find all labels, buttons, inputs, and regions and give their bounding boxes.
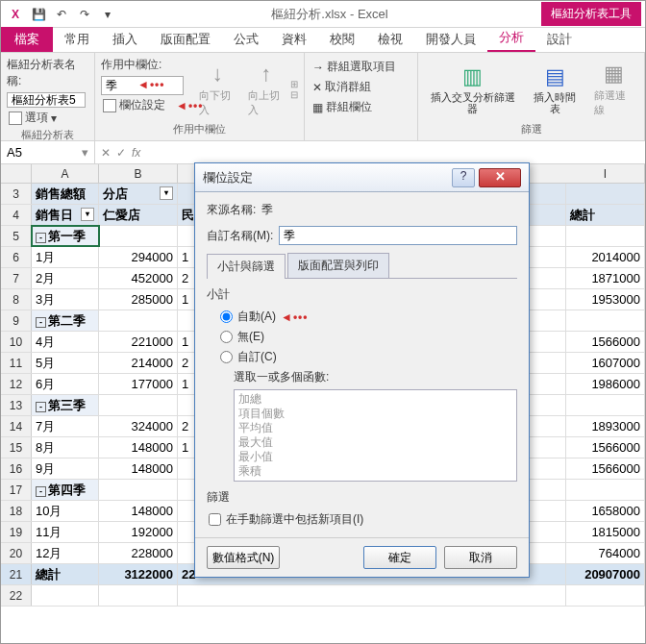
cell[interactable] bbox=[99, 226, 178, 246]
cell[interactable]: 192000 bbox=[99, 522, 178, 542]
tab-analyze[interactable]: 分析 bbox=[487, 25, 535, 52]
cell[interactable]: 1566000 bbox=[566, 437, 645, 458]
col-header-B[interactable]: B bbox=[99, 164, 178, 183]
cell[interactable] bbox=[99, 395, 178, 415]
tab-design[interactable]: 設計 bbox=[535, 27, 584, 52]
select-all-corner[interactable] bbox=[1, 164, 32, 183]
cell[interactable]: 3月 bbox=[32, 289, 99, 310]
group-field-button[interactable]: ▦ 群組欄位 bbox=[311, 97, 411, 117]
accept-formula-icon[interactable]: ✓ bbox=[116, 146, 126, 160]
cell[interactable]: 1871000 bbox=[566, 268, 645, 288]
name-box[interactable]: A5▾ bbox=[1, 141, 95, 163]
cell[interactable]: 148000 bbox=[99, 437, 178, 458]
row-header[interactable]: 13 bbox=[1, 395, 32, 415]
row-header[interactable]: 12 bbox=[1, 374, 32, 394]
row-header[interactable]: 20 bbox=[1, 543, 32, 563]
cell[interactable] bbox=[566, 480, 645, 500]
cell[interactable] bbox=[99, 480, 178, 500]
cell[interactable]: 1566000 bbox=[566, 458, 645, 479]
cancel-formula-icon[interactable]: ✕ bbox=[101, 146, 111, 160]
row-header[interactable]: 16 bbox=[1, 458, 32, 479]
excel-icon[interactable]: X bbox=[5, 4, 26, 25]
row-header[interactable]: 8 bbox=[1, 289, 32, 310]
group-selection-button[interactable]: → 群組選取項目 bbox=[311, 57, 411, 77]
cell[interactable]: 8月 bbox=[32, 437, 99, 458]
col-header-I[interactable]: I bbox=[566, 164, 645, 183]
tab-insert[interactable]: 插入 bbox=[101, 27, 149, 52]
cell[interactable]: 總計 bbox=[566, 205, 645, 225]
cell[interactable]: 294000 bbox=[99, 247, 178, 267]
cell[interactable]: 1607000 bbox=[566, 353, 645, 373]
cell[interactable] bbox=[566, 395, 645, 415]
cell[interactable] bbox=[566, 585, 645, 606]
cell[interactable]: 324000 bbox=[99, 416, 178, 436]
dialog-close-button[interactable]: ✕ bbox=[479, 168, 521, 187]
col-header-A[interactable]: A bbox=[32, 164, 99, 183]
tab-file[interactable]: 檔案 bbox=[1, 27, 53, 52]
cell[interactable]: -第一季 bbox=[32, 226, 99, 246]
cell[interactable]: -第四季 bbox=[32, 480, 99, 500]
row-header[interactable]: 5 bbox=[1, 226, 32, 246]
outline-toggle[interactable]: - bbox=[36, 317, 46, 328]
cell[interactable]: 總計 bbox=[32, 564, 99, 584]
table-row[interactable]: 22 bbox=[1, 585, 645, 607]
ok-button[interactable]: 確定 bbox=[363, 546, 436, 569]
tab-home[interactable]: 常用 bbox=[53, 27, 101, 52]
dialog-help-button[interactable]: ? bbox=[452, 168, 475, 187]
save-icon[interactable]: 💾 bbox=[28, 4, 49, 25]
cell[interactable]: 4月 bbox=[32, 332, 99, 352]
cell[interactable]: 228000 bbox=[99, 543, 178, 563]
row-header[interactable]: 15 bbox=[1, 437, 32, 458]
cell[interactable]: 148000 bbox=[99, 458, 178, 479]
filter-dropdown[interactable]: ▾ bbox=[81, 208, 94, 221]
insert-timeline-button[interactable]: ▤插入時間表 bbox=[526, 57, 585, 122]
filter-dropdown[interactable]: ▾ bbox=[160, 186, 173, 200]
cell[interactable]: 177000 bbox=[99, 374, 178, 394]
undo-icon[interactable]: ↶ bbox=[51, 4, 72, 25]
cell[interactable]: 221000 bbox=[99, 332, 178, 352]
row-header[interactable]: 14 bbox=[1, 416, 32, 436]
custom-name-input[interactable] bbox=[279, 226, 517, 245]
row-header[interactable]: 22 bbox=[1, 585, 32, 606]
cancel-button[interactable]: 取消 bbox=[444, 546, 517, 569]
cell[interactable]: 6月 bbox=[32, 374, 99, 394]
outline-toggle[interactable]: - bbox=[36, 402, 46, 412]
row-header[interactable]: 10 bbox=[1, 332, 32, 352]
row-header[interactable]: 21 bbox=[1, 564, 32, 584]
cell[interactable]: 3122000 bbox=[99, 564, 178, 584]
field-settings-button[interactable]: 欄位設定◄••• bbox=[101, 95, 193, 115]
cell[interactable] bbox=[32, 585, 99, 606]
cell[interactable]: 1893000 bbox=[566, 416, 645, 436]
cell[interactable]: 1986000 bbox=[566, 374, 645, 394]
cell[interactable] bbox=[99, 310, 178, 331]
cell[interactable]: -第三季 bbox=[32, 395, 99, 415]
cell[interactable] bbox=[566, 310, 645, 331]
cell[interactable] bbox=[566, 184, 645, 204]
cell[interactable]: 1815000 bbox=[566, 522, 645, 542]
include-new-items-checkbox[interactable]: 在手動篩選中包括新項目(I) bbox=[209, 511, 517, 528]
cell[interactable]: 5月 bbox=[32, 353, 99, 373]
cell[interactable]: 1月 bbox=[32, 247, 99, 267]
options-button[interactable]: 選項 ▾ bbox=[7, 108, 88, 128]
cell[interactable]: 12月 bbox=[32, 543, 99, 563]
cell[interactable]: 148000 bbox=[99, 501, 178, 521]
tab-review[interactable]: 校閱 bbox=[318, 27, 366, 52]
tab-subtotals-filters[interactable]: 小計與篩選 bbox=[207, 254, 286, 279]
radio-custom[interactable]: 自訂(C) bbox=[220, 349, 517, 365]
cell[interactable]: 銷售總額▾ bbox=[32, 184, 99, 204]
cell[interactable]: 10月 bbox=[32, 501, 99, 521]
cell[interactable]: 2014000 bbox=[566, 247, 645, 267]
cell[interactable]: 1953000 bbox=[566, 289, 645, 310]
row-header[interactable]: 7 bbox=[1, 268, 32, 288]
redo-icon[interactable]: ↷ bbox=[74, 4, 95, 25]
cell[interactable]: 1658000 bbox=[566, 501, 645, 521]
collapse-icon[interactable]: ⊟ bbox=[290, 89, 298, 100]
ungroup-button[interactable]: ✕ 取消群組 bbox=[311, 77, 411, 97]
cell[interactable] bbox=[99, 585, 178, 606]
cell[interactable]: 214000 bbox=[99, 353, 178, 373]
radio-none[interactable]: 無(E) bbox=[220, 329, 517, 345]
radio-auto[interactable]: 自動(A)◄••• bbox=[220, 309, 517, 325]
cell[interactable]: 分店▾ bbox=[99, 184, 178, 204]
cell[interactable]: 285000 bbox=[99, 289, 178, 310]
row-header[interactable]: 4 bbox=[1, 205, 32, 225]
